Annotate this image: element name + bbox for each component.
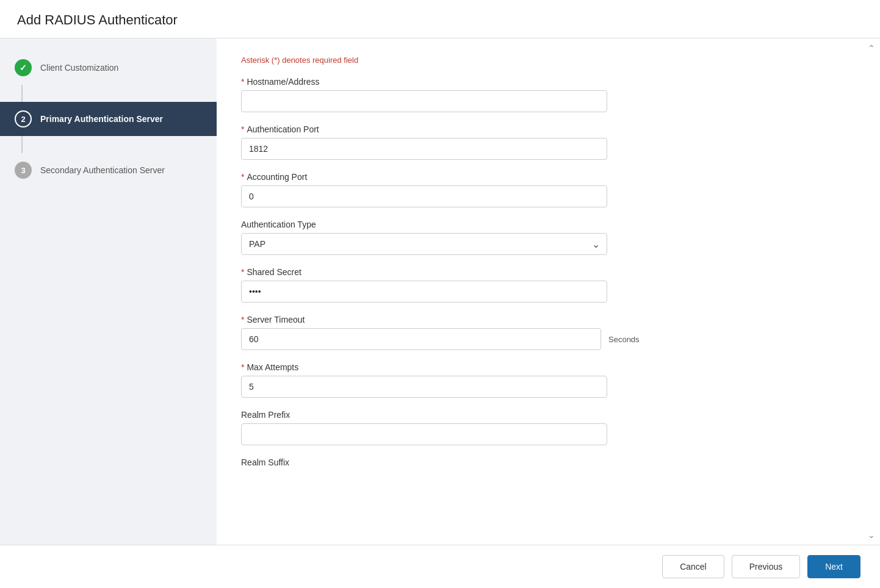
- main-content: ✓ Client Customization 2 Primary Authent…: [0, 38, 880, 545]
- realm-prefix-input[interactable]: [241, 423, 607, 445]
- accounting-port-input[interactable]: [241, 185, 607, 207]
- scroll-down-indicator: ⌄: [865, 530, 878, 540]
- realm-prefix-label: Realm Prefix: [241, 410, 856, 420]
- required-note: Asterisk (*) denotes required field: [241, 56, 856, 65]
- step-number-3: 3: [21, 166, 25, 175]
- step-label-2: Primary Authentication Server: [40, 114, 163, 124]
- step-connector-2: [21, 136, 23, 153]
- step-circle-2: 2: [15, 110, 32, 127]
- step-label-1: Client Customization: [40, 63, 118, 73]
- seconds-label: Seconds: [608, 335, 640, 344]
- realm-suffix-label: Realm Suffix: [241, 457, 856, 467]
- next-button[interactable]: Next: [807, 555, 860, 578]
- server-timeout-row: Seconds: [241, 328, 856, 350]
- auth-type-field-group: Authentication Type PAP CHAP MS-CHAP MS-…: [241, 220, 856, 255]
- auth-type-select-wrapper: PAP CHAP MS-CHAP MS-CHAPv2 ⌄: [241, 233, 607, 255]
- realm-suffix-label-text: Realm Suffix: [241, 457, 289, 467]
- shared-secret-field-group: * Shared Secret: [241, 267, 856, 303]
- cancel-button[interactable]: Cancel: [662, 555, 724, 578]
- max-attempts-label-text: Max Attempts: [247, 362, 298, 372]
- realm-suffix-field-group: Realm Suffix: [241, 457, 856, 467]
- accounting-port-field-group: * Accounting Port: [241, 172, 856, 207]
- shared-secret-required-star: *: [241, 267, 244, 277]
- step-circle-3: 3: [15, 162, 32, 179]
- auth-port-label-text: Authentication Port: [247, 124, 319, 134]
- server-timeout-label: * Server Timeout: [241, 315, 856, 324]
- auth-port-required-star: *: [241, 124, 244, 134]
- page-wrapper: Add RADIUS Authenticator ✓ Client Custom…: [0, 0, 880, 588]
- step-connector-1: [21, 85, 23, 102]
- server-timeout-input[interactable]: [241, 328, 601, 350]
- max-attempts-required-star: *: [241, 362, 244, 372]
- shared-secret-label-text: Shared Secret: [247, 267, 301, 277]
- shared-secret-label: * Shared Secret: [241, 267, 856, 277]
- footer: Cancel Previous Next: [0, 545, 880, 588]
- auth-port-field-group: * Authentication Port: [241, 124, 856, 160]
- step-number-2: 2: [21, 115, 25, 124]
- auth-type-label-text: Authentication Type: [241, 220, 316, 229]
- step-item-client-customization[interactable]: ✓ Client Customization: [0, 51, 217, 85]
- sidebar: ✓ Client Customization 2 Primary Authent…: [0, 38, 217, 545]
- step-label-3: Secondary Authentication Server: [40, 165, 165, 175]
- auth-type-label: Authentication Type: [241, 220, 856, 229]
- hostname-field-group: * Hostname/Address: [241, 77, 856, 112]
- hostname-label-text: Hostname/Address: [247, 77, 319, 87]
- server-timeout-field-group: * Server Timeout Seconds: [241, 315, 856, 350]
- hostname-required-star: *: [241, 77, 244, 87]
- server-timeout-required-star: *: [241, 315, 244, 324]
- max-attempts-input[interactable]: [241, 376, 607, 398]
- max-attempts-field-group: * Max Attempts: [241, 362, 856, 398]
- accounting-port-label-text: Accounting Port: [247, 172, 307, 182]
- hostname-input[interactable]: [241, 90, 607, 112]
- auth-port-label: * Authentication Port: [241, 124, 856, 134]
- realm-prefix-field-group: Realm Prefix: [241, 410, 856, 445]
- accounting-port-label: * Accounting Port: [241, 172, 856, 182]
- step-item-primary-auth[interactable]: 2 Primary Authentication Server: [0, 102, 217, 136]
- server-timeout-label-text: Server Timeout: [247, 315, 305, 324]
- previous-button[interactable]: Previous: [732, 555, 800, 578]
- auth-type-select[interactable]: PAP CHAP MS-CHAP MS-CHAPv2: [241, 233, 607, 255]
- checkmark-icon: ✓: [20, 63, 27, 73]
- scroll-up-indicator: ⌃: [865, 43, 878, 53]
- hostname-label: * Hostname/Address: [241, 77, 856, 87]
- shared-secret-input[interactable]: [241, 281, 607, 303]
- step-circle-1: ✓: [15, 59, 32, 76]
- step-item-secondary-auth[interactable]: 3 Secondary Authentication Server: [0, 153, 217, 187]
- auth-port-input[interactable]: [241, 138, 607, 160]
- form-area: ⌃ Asterisk (*) denotes required field * …: [217, 38, 880, 545]
- max-attempts-label: * Max Attempts: [241, 362, 856, 372]
- realm-prefix-label-text: Realm Prefix: [241, 410, 290, 420]
- page-title: Add RADIUS Authenticator: [0, 0, 880, 38]
- accounting-port-required-star: *: [241, 172, 244, 182]
